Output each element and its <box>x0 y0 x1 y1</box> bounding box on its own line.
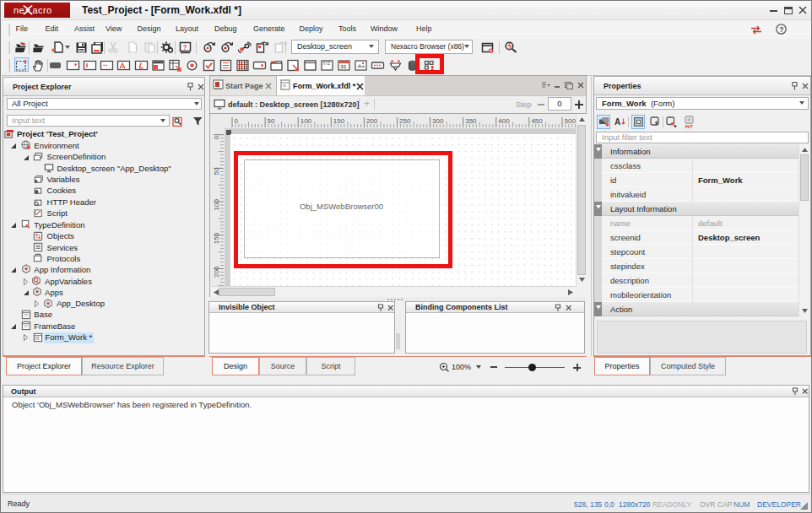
svg-text:0: 0 <box>235 117 239 125</box>
svg-text:XYZ: XYZ <box>322 62 330 66</box>
svg-text:150: 150 <box>333 117 345 125</box>
svg-text:300: 300 <box>432 117 444 125</box>
svg-text:100: 100 <box>300 117 312 125</box>
svg-text:100: 100 <box>213 199 220 211</box>
svg-text:50: 50 <box>213 167 220 175</box>
svg-text:200: 200 <box>213 266 220 278</box>
svg-text:50: 50 <box>268 117 275 125</box>
svg-text:350: 350 <box>465 117 477 125</box>
svg-text:INIT: INIT <box>685 124 693 129</box>
svg-text:0: 0 <box>213 136 220 140</box>
svg-text:200: 200 <box>366 117 378 125</box>
svg-text:A: A <box>614 117 620 127</box>
svg-text:150: 150 <box>213 232 220 244</box>
svg-text:31: 31 <box>341 64 347 69</box>
svg-text:450: 450 <box>531 117 543 125</box>
svg-text:500: 500 <box>565 117 577 125</box>
svg-text:250: 250 <box>399 117 411 125</box>
svg-text:?: ? <box>779 25 783 34</box>
svg-text:400: 400 <box>498 117 510 125</box>
